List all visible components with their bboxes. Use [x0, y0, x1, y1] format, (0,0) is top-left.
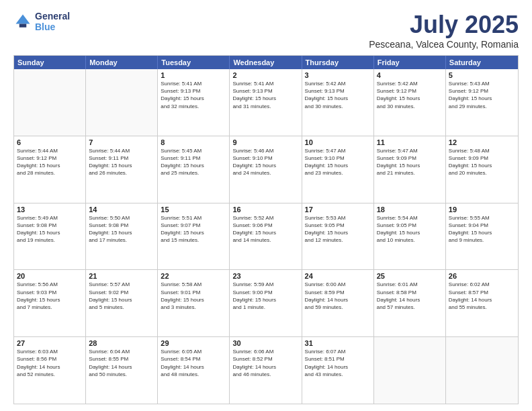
title-block: July 2025 Pesceana, Valcea County, Roman…	[369, 11, 519, 50]
calendar-cell-22: 22Sunrise: 5:58 AM Sunset: 9:01 PM Dayli…	[158, 270, 230, 336]
page: General Blue July 2025 Pesceana, Valcea …	[0, 0, 532, 411]
day-number: 6	[17, 138, 83, 146]
day-number: 26	[449, 272, 515, 280]
day-info: Sunrise: 5:57 AM Sunset: 9:02 PM Dayligh…	[89, 281, 154, 311]
svg-rect-1	[19, 24, 27, 28]
day-info: Sunrise: 5:58 AM Sunset: 9:01 PM Dayligh…	[161, 281, 226, 311]
calendar-row-2: 6Sunrise: 5:44 AM Sunset: 9:12 PM Daylig…	[14, 136, 518, 203]
calendar-cell-empty-4-6	[446, 337, 518, 404]
day-info: Sunrise: 5:55 AM Sunset: 9:04 PM Dayligh…	[449, 214, 515, 244]
day-info: Sunrise: 6:03 AM Sunset: 8:56 PM Dayligh…	[17, 348, 83, 378]
calendar-cell-7: 7Sunrise: 5:44 AM Sunset: 9:11 PM Daylig…	[86, 136, 158, 203]
calendar-cell-31: 31Sunrise: 6:07 AM Sunset: 8:51 PM Dayli…	[302, 337, 374, 404]
day-info: Sunrise: 6:00 AM Sunset: 8:59 PM Dayligh…	[305, 281, 371, 311]
calendar-cell-12: 12Sunrise: 5:48 AM Sunset: 9:09 PM Dayli…	[446, 136, 518, 203]
calendar-cell-30: 30Sunrise: 6:06 AM Sunset: 8:52 PM Dayli…	[230, 337, 302, 404]
logo: General Blue	[13, 11, 70, 32]
day-info: Sunrise: 5:50 AM Sunset: 9:08 PM Dayligh…	[89, 214, 154, 244]
day-info: Sunrise: 5:53 AM Sunset: 9:05 PM Dayligh…	[305, 214, 371, 244]
day-info: Sunrise: 5:41 AM Sunset: 9:13 PM Dayligh…	[232, 80, 298, 110]
day-number: 17	[305, 205, 371, 214]
day-number: 31	[305, 339, 371, 347]
day-info: Sunrise: 5:42 AM Sunset: 9:13 PM Dayligh…	[305, 80, 371, 110]
day-number: 27	[17, 339, 83, 347]
calendar-body: 1Sunrise: 5:41 AM Sunset: 9:13 PM Daylig…	[14, 69, 518, 404]
day-info: Sunrise: 5:41 AM Sunset: 9:13 PM Dayligh…	[161, 80, 226, 110]
day-info: Sunrise: 6:05 AM Sunset: 8:54 PM Dayligh…	[161, 348, 226, 378]
header-day-friday: Friday	[374, 56, 446, 69]
day-info: Sunrise: 5:49 AM Sunset: 9:08 PM Dayligh…	[17, 214, 83, 244]
day-info: Sunrise: 5:46 AM Sunset: 9:10 PM Dayligh…	[232, 147, 298, 177]
calendar-cell-25: 25Sunrise: 6:01 AM Sunset: 8:58 PM Dayli…	[374, 270, 446, 336]
logo-icon	[13, 12, 32, 31]
calendar-cell-11: 11Sunrise: 5:47 AM Sunset: 9:09 PM Dayli…	[374, 136, 446, 203]
calendar-cell-2: 2Sunrise: 5:41 AM Sunset: 9:13 PM Daylig…	[230, 69, 302, 136]
calendar-cell-18: 18Sunrise: 5:54 AM Sunset: 9:05 PM Dayli…	[374, 203, 446, 270]
day-number: 19	[449, 205, 515, 214]
calendar-cell-empty-0-0	[14, 69, 86, 136]
calendar-cell-4: 4Sunrise: 5:42 AM Sunset: 9:12 PM Daylig…	[374, 69, 446, 136]
header-day-tuesday: Tuesday	[158, 56, 230, 69]
calendar-cell-16: 16Sunrise: 5:52 AM Sunset: 9:06 PM Dayli…	[230, 203, 302, 270]
calendar-cell-29: 29Sunrise: 6:05 AM Sunset: 8:54 PM Dayli…	[158, 337, 230, 404]
calendar-cell-26: 26Sunrise: 6:02 AM Sunset: 8:57 PM Dayli…	[446, 270, 518, 336]
day-number: 25	[377, 272, 443, 280]
day-number: 18	[377, 205, 443, 214]
day-info: Sunrise: 6:06 AM Sunset: 8:52 PM Dayligh…	[232, 348, 298, 378]
logo-text: General Blue	[35, 11, 70, 32]
day-info: Sunrise: 5:59 AM Sunset: 9:00 PM Dayligh…	[232, 281, 298, 311]
calendar-row-3: 13Sunrise: 5:49 AM Sunset: 9:08 PM Dayli…	[14, 203, 518, 271]
day-info: Sunrise: 5:56 AM Sunset: 9:03 PM Dayligh…	[17, 281, 83, 311]
day-info: Sunrise: 5:42 AM Sunset: 9:12 PM Dayligh…	[377, 80, 443, 110]
header-day-wednesday: Wednesday	[230, 56, 302, 69]
day-number: 4	[377, 71, 443, 79]
calendar-cell-20: 20Sunrise: 5:56 AM Sunset: 9:03 PM Dayli…	[14, 270, 86, 336]
header-day-monday: Monday	[86, 56, 158, 69]
day-info: Sunrise: 5:51 AM Sunset: 9:07 PM Dayligh…	[161, 214, 226, 244]
logo-general: General	[35, 11, 70, 21]
day-number: 29	[161, 339, 226, 347]
header-day-thursday: Thursday	[302, 56, 374, 69]
header-day-sunday: Sunday	[14, 56, 86, 69]
day-info: Sunrise: 5:47 AM Sunset: 9:10 PM Dayligh…	[305, 147, 371, 177]
day-number: 21	[89, 272, 154, 280]
calendar-cell-14: 14Sunrise: 5:50 AM Sunset: 9:08 PM Dayli…	[86, 203, 158, 270]
day-number: 13	[17, 205, 83, 214]
logo-blue: Blue	[35, 21, 70, 32]
day-info: Sunrise: 6:02 AM Sunset: 8:57 PM Dayligh…	[449, 281, 515, 311]
day-number: 10	[305, 138, 371, 146]
day-number: 23	[232, 272, 298, 280]
calendar-cell-5: 5Sunrise: 5:43 AM Sunset: 9:12 PM Daylig…	[446, 69, 518, 136]
day-number: 28	[89, 339, 154, 347]
day-number: 30	[232, 339, 298, 347]
day-number: 12	[449, 138, 515, 146]
day-number: 8	[161, 138, 226, 146]
calendar-cell-3: 3Sunrise: 5:42 AM Sunset: 9:13 PM Daylig…	[302, 69, 374, 136]
day-number: 24	[305, 272, 371, 280]
header-day-saturday: Saturday	[446, 56, 518, 69]
day-number: 20	[17, 272, 83, 280]
day-number: 16	[232, 205, 298, 214]
day-info: Sunrise: 5:48 AM Sunset: 9:09 PM Dayligh…	[449, 147, 515, 177]
calendar-cell-6: 6Sunrise: 5:44 AM Sunset: 9:12 PM Daylig…	[14, 136, 86, 203]
day-info: Sunrise: 5:52 AM Sunset: 9:06 PM Dayligh…	[232, 214, 298, 244]
calendar-cell-28: 28Sunrise: 6:04 AM Sunset: 8:55 PM Dayli…	[86, 337, 158, 404]
calendar-row-1: 1Sunrise: 5:41 AM Sunset: 9:13 PM Daylig…	[14, 69, 518, 136]
calendar-cell-21: 21Sunrise: 5:57 AM Sunset: 9:02 PM Dayli…	[86, 270, 158, 336]
day-number: 2	[232, 71, 298, 79]
day-number: 15	[161, 205, 226, 214]
header: General Blue July 2025 Pesceana, Valcea …	[13, 11, 519, 50]
svg-marker-0	[16, 15, 30, 24]
day-number: 22	[161, 272, 226, 280]
main-title: July 2025	[369, 11, 519, 39]
calendar-header: SundayMondayTuesdayWednesdayThursdayFrid…	[14, 56, 518, 69]
calendar-cell-1: 1Sunrise: 5:41 AM Sunset: 9:13 PM Daylig…	[158, 69, 230, 136]
calendar-cell-empty-4-5	[374, 337, 446, 404]
day-info: Sunrise: 5:45 AM Sunset: 9:11 PM Dayligh…	[161, 147, 226, 177]
day-number: 11	[377, 138, 443, 146]
day-info: Sunrise: 5:54 AM Sunset: 9:05 PM Dayligh…	[377, 214, 443, 244]
calendar-cell-24: 24Sunrise: 6:00 AM Sunset: 8:59 PM Dayli…	[302, 270, 374, 336]
calendar-cell-15: 15Sunrise: 5:51 AM Sunset: 9:07 PM Dayli…	[158, 203, 230, 270]
day-info: Sunrise: 6:04 AM Sunset: 8:55 PM Dayligh…	[89, 348, 154, 378]
calendar-cell-27: 27Sunrise: 6:03 AM Sunset: 8:56 PM Dayli…	[14, 337, 86, 404]
